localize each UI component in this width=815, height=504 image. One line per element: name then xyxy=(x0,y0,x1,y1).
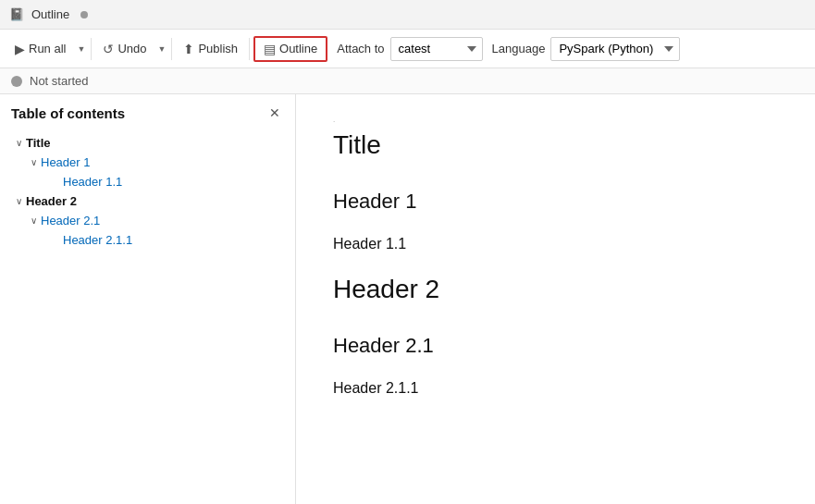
toc-title: Table of contents xyxy=(11,105,125,121)
toc-item-label: Header 2 xyxy=(26,194,77,208)
run-icon: ▶ xyxy=(15,42,25,56)
toc-item-header1-1[interactable]: ∨ Header 1.1 xyxy=(0,172,295,191)
status-text: Not started xyxy=(30,74,89,88)
toolbar: ▶ Run all ▼ ↺ Undo ▼ ⬆ Publish ▤ Outline… xyxy=(0,30,815,68)
toc-item-header2-1[interactable]: ∨ Header 2.1 xyxy=(0,211,295,230)
content-header1: Header 1 xyxy=(333,190,778,214)
toolbar-divider-3 xyxy=(249,38,250,60)
toc-item-header2[interactable]: ∨ Header 2 xyxy=(0,191,295,211)
publish-icon: ⬆ xyxy=(183,42,194,56)
outline-button-wrapper: ▤ Outline xyxy=(253,36,327,62)
toc-item-label: Header 1.1 xyxy=(63,175,122,189)
toc-item-header1[interactable]: ∨ Header 1 xyxy=(0,153,295,172)
content-header1-1: Header 1.1 xyxy=(333,236,778,252)
status-dot xyxy=(11,76,22,87)
run-all-button[interactable]: ▶ Run all xyxy=(7,38,73,60)
toc-item-header2-1-1[interactable]: ∨ Header 2.1.1 xyxy=(0,230,295,250)
content-dot: · xyxy=(333,117,335,126)
run-all-label: Run all xyxy=(29,42,66,55)
undo-button[interactable]: ↺ Undo xyxy=(95,38,154,60)
content-title: Title xyxy=(333,130,778,160)
content-header2: Header 2 xyxy=(333,275,778,304)
toc-item-label: Header 2.1 xyxy=(41,214,100,227)
undo-dropdown-button[interactable]: ▼ xyxy=(155,41,167,57)
language-section: Language PySpark (Python) xyxy=(492,37,681,61)
status-bar: Not started xyxy=(0,68,815,94)
language-label: Language xyxy=(492,42,546,55)
toc-panel: Table of contents ✕ ∨ Title ∨ Header 1 ∨… xyxy=(0,94,296,504)
toc-tree: ∨ Title ∨ Header 1 ∨ Header 1.1 ∨ Header… xyxy=(0,129,295,253)
chevron-down-icon: ∨ xyxy=(11,138,26,148)
content-header2-1-1: Header 2.1.1 xyxy=(333,380,778,397)
run-all-dropdown-button[interactable]: ▼ xyxy=(75,41,87,57)
toc-item-label: Header 1 xyxy=(41,155,90,169)
content-area: · Title Header 1 Header 1.1 Header 2 Hea… xyxy=(296,94,815,504)
toolbar-divider-2 xyxy=(171,38,172,60)
content-header2-1: Header 2.1 xyxy=(333,334,778,358)
publish-button[interactable]: ⬆ Publish xyxy=(176,38,245,60)
undo-label: Undo xyxy=(117,42,146,55)
chevron-down-icon: ∨ xyxy=(26,215,41,226)
notebook-icon: 📓 xyxy=(9,7,24,22)
toc-item-label: Title xyxy=(26,136,51,150)
unsaved-indicator xyxy=(80,11,88,18)
chevron-down-icon: ∨ xyxy=(26,157,41,167)
dropdown-arrow-icon: ▼ xyxy=(77,44,85,54)
main-area: Table of contents ✕ ∨ Title ∨ Header 1 ∨… xyxy=(0,94,815,504)
undo-icon: ↺ xyxy=(103,42,114,56)
outline-icon: ▤ xyxy=(264,42,276,56)
toc-header: Table of contents ✕ xyxy=(0,94,295,129)
outline-label: Outline xyxy=(279,42,317,55)
toc-item-title[interactable]: ∨ Title xyxy=(0,133,295,153)
outline-button[interactable]: ▤ Outline xyxy=(256,39,325,59)
title-bar-title: Outline xyxy=(31,7,69,21)
chevron-down-icon: ∨ xyxy=(11,196,26,206)
toc-item-label: Header 2.1.1 xyxy=(63,233,132,247)
language-select[interactable]: PySpark (Python) xyxy=(550,37,680,61)
publish-label: Publish xyxy=(198,42,238,55)
attach-section: Attach to catest xyxy=(337,37,482,61)
undo-dropdown-arrow-icon: ▼ xyxy=(157,44,166,54)
title-bar: 📓 Outline xyxy=(0,0,815,30)
toolbar-divider-1 xyxy=(91,38,92,60)
attach-to-label: Attach to xyxy=(337,42,384,55)
attach-to-select[interactable]: catest xyxy=(390,37,483,61)
toc-close-button[interactable]: ✕ xyxy=(265,104,284,122)
